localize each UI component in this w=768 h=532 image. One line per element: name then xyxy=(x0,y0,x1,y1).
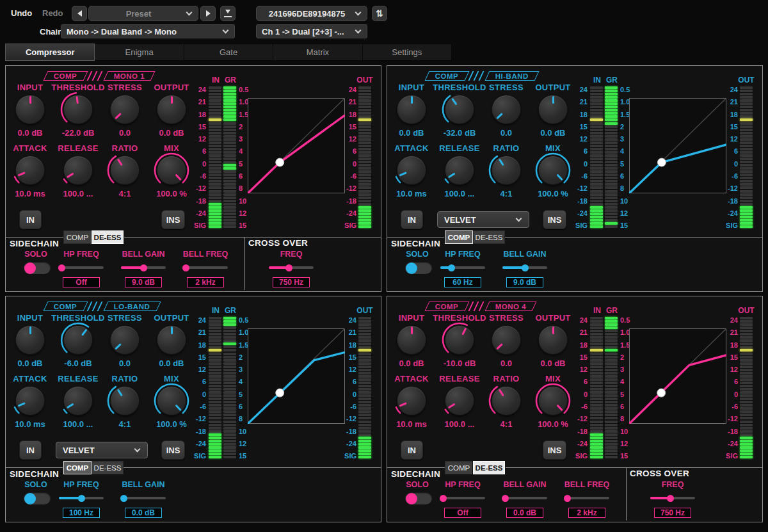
preset-dropdown[interactable]: Preset xyxy=(88,6,198,21)
input-knob[interactable] xyxy=(12,322,48,358)
release-knob[interactable] xyxy=(442,383,477,419)
input-knob[interactable] xyxy=(394,92,429,127)
output-knob[interactable] xyxy=(535,322,571,358)
input-knob[interactable] xyxy=(12,92,48,127)
band-ins-button[interactable]: INS xyxy=(543,440,566,460)
preset-prev-button[interactable] xyxy=(72,6,87,21)
hp-freq-slider[interactable] xyxy=(440,266,485,269)
sidechain-title: SIDECHAIN xyxy=(391,239,440,248)
tab-gate[interactable]: Gate xyxy=(184,44,273,61)
undo-button[interactable]: Undo xyxy=(11,8,32,18)
preset-save-button[interactable] xyxy=(220,6,236,21)
hp-freq-slider[interactable] xyxy=(440,497,485,499)
solo-toggle[interactable] xyxy=(24,492,51,504)
ratio-knob[interactable] xyxy=(107,152,143,188)
attack-knob[interactable] xyxy=(12,152,48,188)
curve-handle[interactable] xyxy=(276,389,284,397)
ratio-knob[interactable] xyxy=(107,383,143,419)
threshold-value: -22.0 dB xyxy=(51,128,105,138)
attack-knob[interactable] xyxy=(394,383,429,419)
output-knob[interactable] xyxy=(154,322,189,358)
threshold-knob[interactable] xyxy=(442,322,477,358)
mix-knob[interactable] xyxy=(154,152,189,188)
solo-toggle[interactable] xyxy=(405,492,432,504)
band-ins-button[interactable]: INS xyxy=(161,440,185,460)
output-meter xyxy=(740,86,753,229)
sidechain-tab-deess[interactable]: DE-ESS xyxy=(92,461,124,474)
character-dropdown[interactable]: VELVET xyxy=(437,211,529,228)
tab-settings[interactable]: Settings xyxy=(363,44,452,61)
release-knob[interactable] xyxy=(442,152,477,188)
bell-gain-slider[interactable] xyxy=(502,266,547,269)
attack-knob[interactable] xyxy=(394,152,429,188)
stress-knob[interactable] xyxy=(488,322,524,358)
release-knob[interactable] xyxy=(60,152,96,188)
band-ins-button[interactable]: INS xyxy=(161,210,185,229)
output-knob[interactable] xyxy=(535,92,571,127)
sidechain-tab-deess[interactable]: DE-ESS xyxy=(473,461,505,474)
band-in-button[interactable]: IN xyxy=(401,440,423,460)
solo-toggle[interactable] xyxy=(405,262,432,274)
knob-pointer xyxy=(552,96,554,104)
threshold-knob[interactable] xyxy=(60,92,96,127)
solo-toggle[interactable] xyxy=(24,262,51,274)
out-meter-label: OUT xyxy=(355,306,374,315)
sc-label-hp-freq: HP FREQ xyxy=(428,250,498,259)
knob-face xyxy=(63,325,93,355)
freq-slider[interactable] xyxy=(650,497,695,499)
character-dropdown[interactable]: VELVET xyxy=(56,442,148,458)
band-ins-button[interactable]: INS xyxy=(543,210,566,229)
hp-freq-slider[interactable] xyxy=(59,497,104,499)
stress-knob[interactable] xyxy=(488,92,524,127)
band-in-button[interactable]: IN xyxy=(401,210,423,229)
sidechain-tab-comp[interactable]: COMP xyxy=(63,461,92,474)
knob-face xyxy=(110,325,140,355)
redo-button[interactable]: Redo xyxy=(42,8,63,18)
sidechain-tab-deess[interactable]: DE-ESS xyxy=(92,230,124,244)
release-knob[interactable] xyxy=(60,383,96,419)
curve-handle[interactable] xyxy=(657,158,666,166)
input-value: 0.0 dB xyxy=(5,128,57,138)
serial-dropdown[interactable]: 241696DE89194875 xyxy=(256,6,367,21)
bell-gain-slider[interactable] xyxy=(121,497,166,499)
bell-gain-slider[interactable] xyxy=(121,266,166,269)
preset-next-button[interactable] xyxy=(200,6,216,21)
curve-handle[interactable] xyxy=(276,158,284,166)
input-meter xyxy=(590,86,603,229)
input-knob[interactable] xyxy=(394,322,429,358)
bell-freq-slider[interactable] xyxy=(564,497,609,499)
right-arrow-icon xyxy=(206,10,211,17)
freq-slider[interactable] xyxy=(269,266,314,269)
band-in-button[interactable]: IN xyxy=(19,210,42,229)
stress-value: 0.0 xyxy=(479,128,533,138)
mix-knob[interactable] xyxy=(535,152,571,188)
mix-knob[interactable] xyxy=(535,383,571,419)
sort-button[interactable]: ⇅ xyxy=(372,6,387,21)
stress-knob[interactable] xyxy=(107,92,143,127)
chain-dropdown[interactable]: Mono -> Dual Band -> Mono xyxy=(61,24,235,38)
transfer-curve-graph xyxy=(248,328,345,424)
curve-handle[interactable] xyxy=(657,389,666,397)
tab-compressor[interactable]: Compressor xyxy=(5,44,95,61)
sc-label-hp-freq: HP FREQ xyxy=(428,480,498,489)
sidechain-tab-comp[interactable]: COMP xyxy=(63,230,92,244)
threshold-knob[interactable] xyxy=(60,322,96,358)
sidechain-tab-comp[interactable]: COMP xyxy=(445,461,473,474)
bell-freq-slider[interactable] xyxy=(183,266,228,269)
channel-dropdown[interactable]: Ch 1 -> Dual [2+3] -... xyxy=(256,24,367,38)
hp-freq-slider[interactable] xyxy=(59,266,104,269)
tab-enigma[interactable]: Enigma xyxy=(95,44,184,61)
band-in-button[interactable]: IN xyxy=(19,440,42,460)
input-meter xyxy=(209,86,221,229)
ratio-knob[interactable] xyxy=(488,383,524,419)
tab-matrix[interactable]: Matrix xyxy=(273,44,362,61)
ratio-knob[interactable] xyxy=(488,152,524,188)
stress-knob[interactable] xyxy=(107,322,143,358)
sidechain-tab-comp[interactable]: COMP xyxy=(445,230,473,244)
sidechain-tab-deess[interactable]: DE-ESS xyxy=(473,230,505,244)
attack-knob[interactable] xyxy=(12,383,48,419)
threshold-knob[interactable] xyxy=(442,92,477,127)
mix-knob[interactable] xyxy=(154,383,189,419)
bell-gain-slider[interactable] xyxy=(502,497,547,499)
output-knob[interactable] xyxy=(154,92,189,127)
